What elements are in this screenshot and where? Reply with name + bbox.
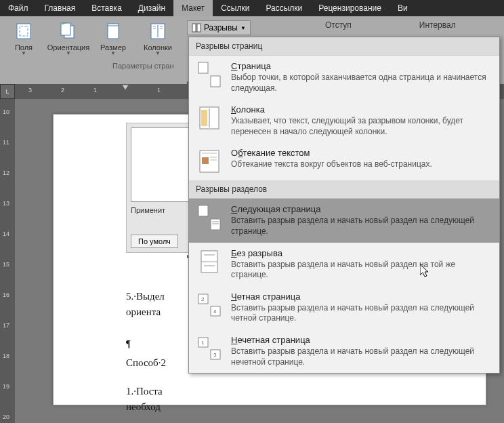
break-icon: 24: [196, 291, 223, 319]
mouse-cursor-icon: [420, 264, 429, 278]
break-icon: 13: [196, 335, 223, 362]
menu-item-ссылки[interactable]: Ссылки: [213, 0, 257, 16]
menu-bar: ФайлГлавнаяВставкаДизайнМакетСсылкиРассы…: [0, 0, 504, 16]
break-icon: [196, 148, 223, 175]
page-breaks-items: СтраницаВыбор точки, в которой заканчива…: [189, 56, 499, 180]
document-text[interactable]: ¶: [126, 336, 131, 352]
svg-rect-0: [17, 24, 30, 39]
menu-item-файл[interactable]: Файл: [0, 0, 37, 16]
svg-marker-14: [122, 85, 129, 90]
svg-text:1: 1: [201, 340, 205, 346]
orientation-icon: [58, 20, 79, 42]
ribbon-group-page-setup: Поля▼Ориентация▼Размер▼Колонки▼ Параметр…: [0, 16, 182, 84]
break-option[interactable]: Следующая страницаВставить разрыв раздел…: [189, 199, 499, 242]
svg-rect-15: [198, 62, 208, 73]
svg-marker-41: [420, 264, 428, 277]
ribbon-column-headers: Отступ Интервал: [325, 20, 456, 30]
break-description: Вставить разрыв раздела и начать новый р…: [231, 303, 492, 324]
break-description: Обтекание текста вокруг объектов на веб-…: [231, 159, 432, 170]
section-breaks-items: Следующая страницаВставить разрыв раздел…: [189, 199, 499, 373]
size-button[interactable]: Размер▼: [93, 19, 133, 58]
break-icon: [196, 61, 223, 88]
break-icon: [196, 248, 223, 275]
page-breaks-header: Разрывы страниц: [189, 37, 499, 56]
menu-item-главная[interactable]: Главная: [37, 0, 84, 16]
breaks-button[interactable]: Разрывы ▼: [187, 20, 251, 35]
svg-rect-16: [211, 76, 220, 87]
breaks-dropdown: Разрывы страниц СтраницаВыбор точки, в к…: [188, 37, 500, 374]
breaks-icon: [192, 23, 201, 33]
break-description: Указывает, что текст, следующий за разры…: [231, 116, 492, 137]
break-option[interactable]: Обтекание текстомОбтекание текста вокруг…: [189, 142, 499, 180]
break-title: Колонка: [231, 104, 492, 115]
orientation-button[interactable]: Ориентация▼: [49, 19, 88, 58]
break-option[interactable]: КолонкаУказывает, что текст, следующий з…: [189, 99, 499, 142]
document-text[interactable]: Способ·2: [126, 355, 166, 371]
menu-item-вставка[interactable]: Вставка: [83, 0, 130, 16]
break-icon: [196, 204, 223, 231]
svg-text:3: 3: [213, 352, 217, 358]
break-option[interactable]: 24Четная страницаВставить разрыв раздела…: [189, 286, 499, 329]
svg-rect-12: [192, 24, 196, 32]
margins-icon: [13, 20, 35, 42]
document-text[interactable]: 5.·Выдел: [126, 289, 165, 304]
break-description: Вставить разрыв раздела и начать новый р…: [231, 346, 492, 367]
break-description: Вставить разрыв раздела и начать новый р…: [231, 216, 492, 237]
ruler-corner[interactable]: L: [0, 84, 15, 99]
break-description: Выбор точки, в которой заканчивается одн…: [231, 73, 492, 94]
chevron-down-icon: ▼: [21, 50, 26, 56]
chevron-down-icon: ▼: [110, 50, 116, 56]
break-title: Без разрыва: [231, 248, 492, 258]
indent-header: Отступ: [325, 20, 352, 30]
break-title: Страница: [231, 61, 492, 71]
chevron-down-icon: ▼: [240, 25, 246, 31]
svg-rect-26: [211, 219, 220, 230]
menu-item-рецензирование[interactable]: Рецензирование: [310, 0, 390, 16]
columns-icon: [147, 20, 169, 42]
menu-item-рассылки[interactable]: Рассылки: [257, 0, 310, 16]
chevron-down-icon: ▼: [155, 50, 161, 56]
menu-item-макет[interactable]: Макет: [173, 0, 213, 16]
break-title: Обтекание текстом: [231, 148, 432, 158]
break-title: Следующая страница: [231, 204, 492, 214]
break-icon: [196, 104, 223, 132]
break-title: Четная страница: [231, 291, 492, 302]
breaks-label: Разрывы: [204, 23, 238, 33]
document-text[interactable]: необход: [126, 399, 161, 415]
size-icon: [102, 20, 124, 42]
break-title: Нечетная страница: [231, 335, 492, 345]
document-text[interactable]: 1.·Поста: [126, 384, 163, 399]
ribbon-group-caption: Параметры стран: [4, 62, 177, 70]
svg-rect-3: [61, 23, 70, 35]
columns-button[interactable]: Колонки▼: [138, 19, 177, 58]
svg-rect-19: [201, 110, 207, 126]
menu-item-ви[interactable]: Ви: [390, 0, 416, 16]
ribbon-buttons: Поля▼Ориентация▼Размер▼Колонки▼: [4, 19, 177, 58]
ruler-vertical[interactable]: 1011121314151617181920: [0, 99, 15, 423]
section-breaks-header: Разрывы разделов: [189, 180, 499, 199]
svg-text:4: 4: [213, 308, 217, 315]
break-option[interactable]: Без разрываВставить разрыв раздела и нач…: [189, 243, 499, 286]
spacing-header: Интервал: [419, 20, 456, 30]
break-option[interactable]: 13Нечетная страницаВставить разрыв разде…: [189, 329, 499, 373]
break-description: Вставить разрыв раздела и начать новый р…: [231, 260, 492, 281]
menu-item-дизайн[interactable]: Дизайн: [130, 0, 173, 16]
svg-rect-13: [197, 24, 201, 32]
break-option[interactable]: СтраницаВыбор точки, в которой заканчива…: [189, 56, 499, 99]
svg-text:2: 2: [201, 296, 205, 302]
margins-button[interactable]: Поля▼: [4, 19, 43, 58]
default-button[interactable]: По умолч: [131, 235, 178, 248]
svg-rect-21: [202, 157, 209, 164]
chevron-down-icon: ▼: [66, 50, 71, 56]
document-text[interactable]: ориента: [126, 304, 161, 320]
svg-rect-25: [198, 205, 208, 216]
indent-marker-icon[interactable]: [122, 85, 129, 93]
